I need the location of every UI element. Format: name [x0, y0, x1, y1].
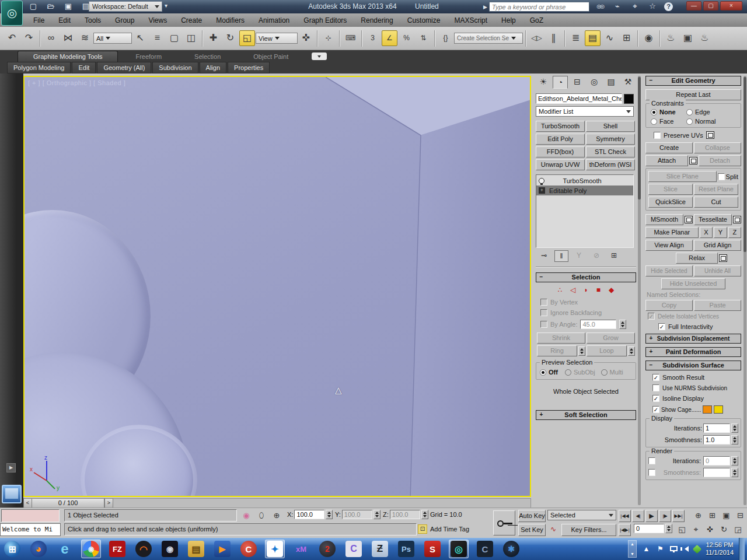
msmooth-settings-icon[interactable] [685, 216, 693, 223]
ribbon-panel-subdivision[interactable]: Subdivision [152, 62, 198, 74]
relax-settings-icon[interactable] [719, 254, 727, 262]
constraint-normal-radio[interactable] [686, 118, 693, 125]
spinner-snap-icon[interactable]: ⇅ [416, 30, 431, 46]
vertex-subobject-icon[interactable]: ∴ [558, 286, 563, 294]
ring-button[interactable]: Ring [537, 345, 577, 356]
percent-snap-icon[interactable]: % [399, 30, 414, 46]
detach-button[interactable]: Detach [699, 155, 741, 166]
angle-snap-icon[interactable]: ∠ [382, 30, 397, 46]
workspace-selector[interactable]: Workspace: Default [89, 1, 162, 12]
zoom-region-icon[interactable]: ◱ [676, 524, 688, 536]
constraint-face-radio[interactable] [651, 118, 657, 125]
close-button[interactable]: × [720, 1, 742, 10]
collapse-button[interactable]: Collapse [694, 142, 741, 153]
menu-goz[interactable]: GoZ [523, 15, 550, 26]
use-nurms-checkbox[interactable] [652, 384, 659, 391]
planar-y-button[interactable]: Y [714, 227, 727, 238]
taskbar-ccleaner[interactable]: C [239, 540, 259, 558]
open-file-icon[interactable]: 🗁 [44, 1, 57, 12]
show-end-result-icon[interactable]: ‖ [554, 250, 568, 262]
current-frame-field[interactable]: 0 [634, 524, 664, 533]
z-coord-field[interactable]: 100.0 [390, 510, 420, 519]
reset-plane-button[interactable]: Reset Plane [694, 184, 738, 195]
tab-utilities-icon[interactable]: ⚒ [620, 76, 636, 89]
split-checkbox[interactable] [718, 173, 725, 180]
smooth-result-checkbox[interactable] [652, 374, 659, 381]
by-angle-field[interactable]: 45.0 [580, 320, 616, 329]
set-key-button[interactable]: Set Key [518, 524, 546, 536]
tab-create-icon[interactable]: ☀ [536, 76, 551, 89]
taskbar-lens-app[interactable]: ✱ [501, 540, 521, 558]
volume-icon[interactable] [685, 546, 689, 552]
menu-create[interactable]: Create [174, 15, 208, 26]
grow-button[interactable]: Grow [587, 332, 635, 344]
remove-modifier-icon[interactable]: ⊘ [589, 250, 603, 262]
copy-button[interactable]: Copy [645, 300, 693, 311]
rollout-selection[interactable]: − Selection [536, 272, 636, 282]
msmooth-button[interactable]: MSmooth [645, 214, 683, 225]
go-to-end-icon[interactable]: ▶▶| [672, 510, 685, 522]
viewport-label-menu[interactable]: [ + ] [ Orthographic ] [ Shaded ] [28, 79, 125, 86]
modifier-button-unwrap-uvw[interactable]: Unwrap UVW [536, 159, 585, 170]
hide-selected-button[interactable]: Hide Selected [645, 265, 693, 276]
expand-subobjects-icon[interactable]: + [539, 187, 545, 194]
viewport[interactable]: [ + ] [ Orthographic ] [ Shaded ] △ z x … [23, 76, 531, 497]
render-iterations-spinner[interactable] [731, 456, 738, 466]
toolbar-overflow-icon[interactable]: ▾ [165, 2, 167, 9]
ribbon-panel-geometry-all[interactable]: Geometry (All) [97, 62, 151, 74]
orbit-icon[interactable]: ↻ [718, 524, 730, 536]
new-file-icon[interactable]: ▢ [27, 1, 40, 12]
display-iterations-field[interactable]: 1 [703, 424, 730, 433]
modifier-button-shell[interactable]: Shell [586, 121, 635, 132]
preview-off-radio[interactable] [540, 369, 546, 376]
taskbar-xm-app[interactable]: xM [291, 540, 311, 558]
modifier-button-stl-check[interactable]: STL Check [586, 146, 635, 158]
tessellate-settings-icon[interactable] [733, 216, 741, 223]
tessellate-button[interactable]: Tessellate [694, 214, 732, 225]
create-button[interactable]: Create [645, 142, 693, 153]
panel-scrollbar-right[interactable] [743, 76, 746, 505]
taskbar-file-manager[interactable]: ▤ [186, 540, 206, 558]
menu-group[interactable]: Group [109, 15, 141, 26]
constraint-edge-radio[interactable] [686, 109, 693, 116]
ignore-backfacing-checkbox[interactable] [540, 309, 547, 316]
object-color-swatch[interactable] [624, 94, 634, 104]
preview-multi-radio[interactable] [601, 369, 608, 376]
menu-customize[interactable]: Customize [401, 15, 447, 26]
y-coord-spinner[interactable] [374, 510, 381, 519]
bind-spacewarp-icon[interactable]: ≋ [77, 30, 93, 46]
help-icon[interactable]: ? [664, 2, 673, 11]
subscription-icon[interactable]: ⌁ [612, 2, 623, 12]
rollout-soft-selection[interactable]: + Soft Selection [536, 410, 636, 420]
taskbar-internet-explorer[interactable]: e [55, 540, 75, 558]
ribbon-panel-edit[interactable]: Edit [72, 62, 96, 74]
cage-color-swatch-2[interactable] [714, 405, 723, 414]
start-button[interactable]: ⊞ [2, 540, 22, 558]
taskbar-chrome[interactable]: ◉ [81, 540, 101, 558]
ribbon-panel-polygon-modeling[interactable]: Polygon Modeling [7, 62, 71, 74]
render-iterations-field[interactable]: 0 [703, 456, 730, 466]
render-smoothness-spinner[interactable] [731, 468, 738, 477]
time-tag-icon[interactable]: ⊡ [418, 524, 427, 534]
unhide-all-button[interactable]: Unhide All [694, 265, 741, 276]
z-coord-spinner[interactable] [421, 510, 428, 519]
planar-z-button[interactable]: Z [728, 227, 741, 238]
isoline-display-checkbox[interactable] [652, 395, 659, 402]
delete-isolated-vertices-checkbox[interactable] [648, 313, 655, 320]
maxscript-mini-listener-pink[interactable] [1, 509, 60, 522]
selection-lock-icon[interactable]: ⬯ [256, 510, 267, 522]
select-link-icon[interactable]: ∞ [43, 30, 59, 46]
favorites-star-icon[interactable]: ☆ [647, 2, 658, 12]
rollout-subdivision-displacement[interactable]: + Subdivision Displacement [645, 334, 741, 344]
preserve-uvs-checkbox[interactable] [654, 132, 661, 139]
display-smoothness-spinner[interactable] [731, 435, 738, 444]
window-crossing-icon[interactable]: ◫ [183, 30, 199, 46]
quickslice-button[interactable]: QuickSlice [648, 197, 693, 208]
tab-display-icon[interactable]: ▤ [603, 76, 619, 89]
ring-spinner[interactable] [578, 346, 585, 356]
taskbar-zbrush[interactable]: Ƶ [370, 540, 390, 558]
select-manipulate-icon[interactable]: ⊹ [320, 30, 336, 46]
reference-coordinate-dropdown[interactable]: View [256, 33, 298, 44]
tab-hierarchy-icon[interactable]: ⊟ [570, 76, 585, 89]
loop-button[interactable]: Loop [587, 345, 627, 356]
